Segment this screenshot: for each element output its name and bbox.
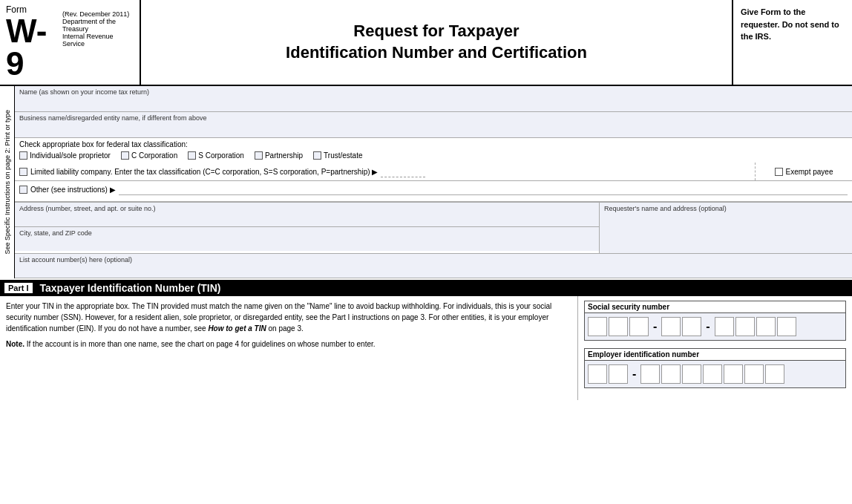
checkbox-c-corp-label: C Corporation xyxy=(131,151,177,160)
ein-cell-7[interactable] xyxy=(724,364,743,384)
ssn-dash-2: - xyxy=(704,320,711,333)
city-label: City, state, and ZIP code xyxy=(19,229,594,237)
tax-classification-row: Check appropriate box for federal tax cl… xyxy=(15,138,852,203)
requester-field: Requester's name and address (optional) xyxy=(600,203,852,253)
ssn-segment3 xyxy=(715,317,796,336)
account-label: List account number(s) here (optional) xyxy=(19,256,848,264)
form-irs: Internal Revenue Service xyxy=(62,33,134,48)
ein-segment2 xyxy=(640,364,784,384)
ein-segment1 xyxy=(588,364,628,384)
form-instructions: Give Form to the requester. Do not send … xyxy=(733,0,852,85)
form-title: Request for Taxpayer Identification Numb… xyxy=(141,0,733,85)
w9-form: Form W-9 (Rev. December 2011) Department… xyxy=(0,0,852,400)
address-label: Address (number, street, and apt. or sui… xyxy=(19,205,594,212)
checkbox-s-corp[interactable]: S Corporation xyxy=(188,151,244,160)
ssn-cell-7[interactable] xyxy=(735,317,755,336)
llc-row: Limited liability company. Enter the tax… xyxy=(15,163,852,181)
address-field: Address (number, street, and apt. or sui… xyxy=(15,203,599,226)
ein-fields: - xyxy=(585,361,845,387)
ssn-cell-5[interactable] xyxy=(682,317,701,336)
form-body: See Specific Instructions on page 2: Pri… xyxy=(0,86,852,278)
note-label: Note. xyxy=(6,340,24,348)
note-text: If the account is in more than one name,… xyxy=(27,340,376,348)
checkbox-s-corp-box[interactable] xyxy=(188,151,196,160)
ssn-cell-9[interactable] xyxy=(777,317,796,336)
ssn-label: Social security number xyxy=(585,301,845,313)
address-requester-section: Address (number, street, and apt. or sui… xyxy=(15,203,852,254)
checkbox-partnership-label: Partnership xyxy=(265,151,303,160)
tax-class-options: Individual/sole proprietor C Corporation… xyxy=(15,150,852,163)
ssn-cell-1[interactable] xyxy=(588,317,607,336)
exempt-payee: Exempt payee xyxy=(756,163,852,180)
ein-cell-4[interactable] xyxy=(661,364,681,384)
ein-cell-9[interactable] xyxy=(765,364,784,384)
business-name-input[interactable] xyxy=(19,123,848,135)
address-input[interactable] xyxy=(19,212,594,224)
checkbox-s-corp-label: S Corporation xyxy=(198,151,244,160)
form-number: W-9 xyxy=(6,15,58,80)
ein-cell-3[interactable] xyxy=(640,364,660,384)
account-input[interactable] xyxy=(19,264,848,275)
exempt-payee-label: Exempt payee xyxy=(786,168,833,176)
account-row: List account number(s) here (optional) xyxy=(15,254,852,278)
checkbox-trust[interactable]: Trust/estate xyxy=(313,151,362,160)
checkbox-llc-box[interactable] xyxy=(19,168,27,176)
other-row: Other (see instructions) ▶ xyxy=(15,181,852,202)
ssn-cell-4[interactable] xyxy=(661,317,681,336)
form-fields: Name (as shown on your income tax return… xyxy=(15,86,852,278)
checkbox-partnership-box[interactable] xyxy=(255,151,263,160)
ssn-segment2 xyxy=(661,317,701,336)
other-input[interactable] xyxy=(119,183,848,195)
part1-header: Part I Taxpayer Identification Number (T… xyxy=(0,280,852,296)
form-id-section: Form W-9 (Rev. December 2011) Department… xyxy=(0,0,141,85)
ein-cell-2[interactable] xyxy=(609,364,628,384)
ssn-box: Social security number - - xyxy=(584,301,846,341)
name-field-row: Name (as shown on your income tax return… xyxy=(15,86,852,112)
part1-label: Part I xyxy=(4,283,33,293)
checkbox-other-box[interactable] xyxy=(19,186,27,194)
name-label: Name (as shown on your income tax return… xyxy=(19,88,848,96)
ssn-fields: - - xyxy=(585,313,845,340)
checkbox-individual[interactable]: Individual/sole proprietor xyxy=(19,151,111,160)
business-name-field-row: Business name/disregarded entity name, i… xyxy=(15,112,852,138)
form-rev: (Rev. December 2011) xyxy=(62,10,134,18)
city-input[interactable] xyxy=(19,237,594,249)
checkbox-trust-box[interactable] xyxy=(313,151,321,160)
checkbox-c-corp-box[interactable] xyxy=(121,151,129,160)
checkbox-exempt-box[interactable] xyxy=(775,168,783,176)
ein-cell-6[interactable] xyxy=(703,364,722,384)
ein-cell-8[interactable] xyxy=(744,364,764,384)
llc-text: Limited liability company. Enter the tax… xyxy=(30,168,378,176)
llc-input[interactable] xyxy=(381,166,425,177)
checkbox-individual-box[interactable] xyxy=(19,151,27,160)
ein-cell-1[interactable] xyxy=(588,364,607,384)
ein-dash: - xyxy=(631,367,638,381)
checkbox-partnership[interactable]: Partnership xyxy=(255,151,303,160)
ssn-cell-2[interactable] xyxy=(609,317,628,336)
name-input[interactable] xyxy=(19,97,848,109)
part1-text1c: on page 3. xyxy=(269,324,304,333)
ssn-cell-3[interactable] xyxy=(629,317,649,336)
form-dept: Department of the Treasury xyxy=(62,18,134,33)
checkbox-individual-label: Individual/sole proprietor xyxy=(30,151,111,160)
ein-cell-5[interactable] xyxy=(682,364,701,384)
part1-instructions: Enter your TIN in the appropriate box. T… xyxy=(0,296,577,400)
city-field: City, state, and ZIP code xyxy=(15,226,599,251)
sidebar: See Specific Instructions on page 2: Pri… xyxy=(0,86,15,278)
part1-title: Taxpayer Identification Number (TIN) xyxy=(40,282,221,294)
llc-main: Limited liability company. Enter the tax… xyxy=(15,163,756,180)
ssn-cell-8[interactable] xyxy=(756,317,776,336)
part1-body: Enter your TIN in the appropriate box. T… xyxy=(0,296,852,400)
business-name-label: Business name/disregarded entity name, i… xyxy=(19,114,848,122)
requester-input[interactable] xyxy=(604,212,848,249)
other-label: Other (see instructions) ▶ xyxy=(30,186,116,194)
checkbox-trust-label: Trust/estate xyxy=(324,151,362,160)
form-header: Form W-9 (Rev. December 2011) Department… xyxy=(0,0,852,86)
requester-col: Requester's name and address (optional) xyxy=(600,203,852,253)
ein-label: Employer identification number xyxy=(585,349,845,361)
checkbox-c-corp[interactable]: C Corporation xyxy=(121,151,177,160)
ssn-dash-1: - xyxy=(652,320,658,333)
ssn-cell-6[interactable] xyxy=(715,317,734,336)
part1-text1b: How to get a TIN xyxy=(208,324,266,333)
requester-label: Requester's name and address (optional) xyxy=(604,205,848,212)
